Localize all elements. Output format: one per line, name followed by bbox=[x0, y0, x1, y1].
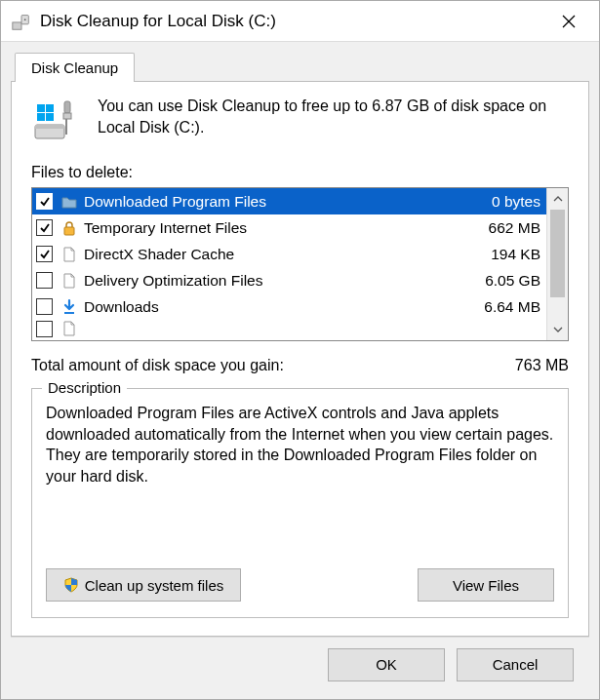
description-text: Downloaded Program Files are ActiveX con… bbox=[46, 403, 554, 559]
check-icon bbox=[39, 222, 51, 234]
intro-row: You can use Disk Cleanup to free up to 6… bbox=[31, 96, 569, 146]
file-icon bbox=[60, 246, 78, 263]
file-checkbox[interactable] bbox=[36, 298, 53, 315]
check-icon bbox=[39, 249, 51, 260]
file-item[interactable]: Delivery Optimization Files 6.05 GB bbox=[32, 267, 546, 293]
file-item[interactable]: Temporary Internet Files 662 MB bbox=[32, 214, 546, 241]
svg-rect-12 bbox=[63, 113, 71, 119]
file-size: 0 bytes bbox=[492, 193, 540, 211]
dialog-footer: OK Cancel bbox=[11, 637, 589, 691]
scrollbar[interactable] bbox=[546, 188, 568, 340]
view-files-label: View Files bbox=[453, 577, 519, 594]
svg-rect-10 bbox=[46, 104, 54, 112]
svg-rect-6 bbox=[35, 125, 64, 129]
client-area: Disk Cleanup bbox=[1, 42, 599, 699]
disk-cleanup-window: Disk Cleanup for Local Disk (C:) Disk Cl… bbox=[0, 0, 600, 700]
file-name: DirectX Shader Cache bbox=[84, 246, 483, 263]
window-title: Disk Cleanup for Local Disk (C:) bbox=[40, 12, 546, 31]
files-to-delete-label: Files to delete: bbox=[31, 164, 569, 181]
total-row: Total amount of disk space you gain: 763… bbox=[31, 357, 569, 374]
scroll-track[interactable] bbox=[547, 297, 568, 319]
svg-point-2 bbox=[24, 19, 26, 20]
tab-disk-cleanup[interactable]: Disk Cleanup bbox=[15, 53, 135, 82]
file-checkbox[interactable] bbox=[36, 246, 53, 262]
cleanup-system-files-button[interactable]: Clean up system files bbox=[46, 568, 241, 602]
file-icon bbox=[60, 320, 78, 337]
file-checkbox[interactable] bbox=[36, 321, 53, 337]
file-name: Temporary Internet Files bbox=[84, 219, 481, 237]
disk-cleanup-icon bbox=[11, 11, 32, 32]
tab-body: You can use Disk Cleanup to free up to 6… bbox=[11, 81, 589, 637]
file-checkbox[interactable] bbox=[36, 272, 53, 289]
file-item[interactable]: Downloads 6.64 MB bbox=[32, 293, 546, 320]
file-item[interactable]: DirectX Shader Cache 194 KB bbox=[32, 241, 546, 267]
disk-cleanup-large-icon bbox=[31, 96, 82, 146]
description-legend: Description bbox=[42, 379, 127, 396]
file-size: 662 MB bbox=[489, 219, 540, 237]
file-icon bbox=[60, 272, 78, 290]
cleanup-system-files-label: Clean up system files bbox=[85, 577, 224, 594]
cancel-label: Cancel bbox=[493, 656, 539, 673]
description-group: Description Downloaded Program Files are… bbox=[31, 388, 569, 618]
svg-rect-14 bbox=[64, 227, 74, 235]
download-icon bbox=[60, 298, 78, 316]
check-icon bbox=[39, 196, 51, 208]
file-checkbox[interactable] bbox=[36, 219, 53, 236]
close-button[interactable] bbox=[546, 2, 591, 41]
lock-icon bbox=[60, 219, 78, 237]
svg-rect-8 bbox=[46, 113, 54, 121]
shield-icon bbox=[63, 577, 79, 593]
files-list[interactable]: Downloaded Program Files 0 bytes Tempora… bbox=[32, 188, 546, 340]
file-size: 6.05 GB bbox=[485, 272, 540, 290]
ok-button[interactable]: OK bbox=[328, 648, 445, 681]
file-size: 194 KB bbox=[491, 246, 540, 263]
ok-label: OK bbox=[376, 656, 397, 673]
tab-strip: Disk Cleanup bbox=[15, 52, 589, 81]
file-name: Downloaded Program Files bbox=[84, 193, 484, 211]
total-label: Total amount of disk space you gain: bbox=[31, 357, 515, 374]
files-list-box: Downloaded Program Files 0 bytes Tempora… bbox=[31, 187, 569, 341]
file-name: Delivery Optimization Files bbox=[84, 272, 477, 290]
svg-rect-9 bbox=[37, 104, 45, 112]
scroll-down-button[interactable] bbox=[547, 319, 568, 340]
total-value: 763 MB bbox=[515, 357, 569, 374]
svg-rect-7 bbox=[37, 113, 45, 121]
intro-text: You can use Disk Cleanup to free up to 6… bbox=[98, 96, 569, 137]
svg-rect-11 bbox=[64, 101, 70, 113]
cancel-button[interactable]: Cancel bbox=[457, 648, 574, 681]
titlebar: Disk Cleanup for Local Disk (C:) bbox=[1, 1, 599, 42]
file-item-partial[interactable] bbox=[32, 320, 546, 337]
scroll-up-button[interactable] bbox=[547, 188, 568, 210]
file-size: 6.64 MB bbox=[484, 298, 540, 316]
scroll-thumb[interactable] bbox=[550, 210, 565, 297]
file-item[interactable]: Downloaded Program Files 0 bytes bbox=[32, 188, 546, 214]
file-checkbox[interactable] bbox=[36, 193, 53, 210]
view-files-button[interactable]: View Files bbox=[418, 568, 554, 602]
svg-rect-0 bbox=[13, 21, 21, 28]
file-name: Downloads bbox=[84, 298, 476, 316]
folder-icon bbox=[60, 193, 78, 211]
